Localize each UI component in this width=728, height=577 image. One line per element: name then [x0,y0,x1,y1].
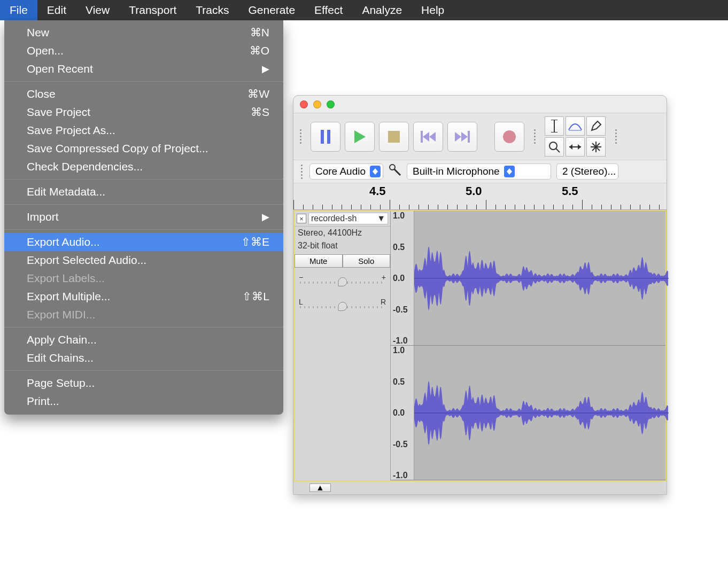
skip-start-button[interactable] [413,122,443,152]
menu-separator [4,81,283,82]
amplitude-label: 1.0 [393,211,405,221]
menu-item[interactable]: Export Selected Audio... [4,251,283,269]
menu-item: Export Labels... [4,269,283,287]
menu-separator [4,204,283,205]
waveform[interactable] [414,346,669,480]
amplitude-scale: 1.00.50.0-0.5-1.0 [391,346,414,480]
track-close-button[interactable]: × [297,214,306,223]
record-button[interactable] [494,122,524,152]
menu-item-label: Close [27,88,56,100]
svg-point-16 [549,142,557,150]
menubar: FileEditViewTransportTracksGenerateEffec… [0,0,728,20]
menu-item-label: Export Selected Audio... [27,254,146,267]
menu-tracks[interactable]: Tracks [186,0,238,20]
svg-rect-1 [327,130,330,144]
recording-channels-select[interactable]: 2 (Stereo)... [556,163,618,180]
svg-rect-4 [421,131,423,143]
menu-item[interactable]: Save Project As... [4,121,283,139]
menu-item[interactable]: New⌘N [4,24,283,42]
mute-button[interactable]: Mute [295,254,343,268]
recording-channels-value: 2 (Stereo)... [562,166,616,177]
menu-item-label: Check Dependencies... [27,160,143,173]
menu-item[interactable]: Check Dependencies... [4,158,283,176]
menu-item[interactable]: Edit Chains... [4,349,283,367]
pause-button[interactable] [311,122,340,152]
menu-item[interactable]: Open Recent▶ [4,60,283,78]
submenu-arrow-icon: ▶ [262,211,269,223]
track-name-dropdown[interactable]: recorded-sh ▼ [308,213,388,224]
tools-toolbar [545,116,606,157]
gain-slider[interactable]: − + [295,268,390,283]
svg-marker-30 [507,171,512,175]
svg-marker-8 [461,132,468,142]
svg-line-28 [394,169,400,175]
minimize-window-button[interactable] [313,100,321,108]
svg-point-10 [503,130,516,143]
selection-tool[interactable] [545,116,564,136]
close-window-button[interactable] [300,100,308,108]
amplitude-label: -0.5 [393,305,408,315]
menu-effect[interactable]: Effect [305,0,352,20]
menu-item[interactable]: Print... [4,392,283,410]
submenu-arrow-icon: ▶ [262,63,269,75]
menu-item[interactable]: Apply Chain... [4,331,283,349]
track-collapse-button[interactable]: ▲ [309,484,331,492]
skip-end-button[interactable] [447,122,477,152]
menu-separator [4,229,283,230]
menu-item-label: Export Labels... [27,272,105,285]
stop-button[interactable] [379,122,409,152]
timeline-ruler[interactable]: 4.55.05.5 [293,183,667,210]
svg-marker-2 [354,130,366,143]
svg-line-17 [556,149,560,152]
menu-file[interactable]: File [0,0,37,20]
svg-rect-3 [388,131,400,143]
audio-host-select[interactable]: Core Audio [309,163,383,180]
menu-help[interactable]: Help [412,0,454,20]
menu-item[interactable]: Edit Metadata... [4,183,283,201]
menu-analyze[interactable]: Analyze [352,0,412,20]
menu-shortcut: ⌘W [247,88,269,100]
select-stepper-icon [504,166,515,177]
waveform[interactable] [414,211,669,346]
amplitude-scale: 1.00.50.0-0.5-1.0 [391,211,414,345]
track-collapse-bar: ▲ [293,481,667,494]
multi-tool[interactable] [586,137,606,157]
menu-item[interactable]: Save Project⌘S [4,103,283,121]
svg-marker-5 [429,132,436,142]
menu-item-label: Open Recent [27,63,93,75]
toolbar-grip[interactable] [613,129,618,144]
menu-shortcut: ⇧⌘E [241,236,269,248]
zoom-tool[interactable] [545,137,564,157]
menu-item[interactable]: Close⌘W [4,85,283,103]
menu-item-label: Save Compressed Copy of Project... [27,142,208,155]
menu-item[interactable]: Export Multiple...⇧⌘L [4,287,283,306]
track-name-label: recorded-sh [311,214,357,223]
zoom-window-button[interactable] [327,100,335,108]
toolbar-grip[interactable] [532,129,537,144]
play-button[interactable] [345,122,375,152]
menu-item[interactable]: Save Compressed Copy of Project... [4,139,283,158]
menu-generate[interactable]: Generate [239,0,305,20]
pan-right-label: R [381,298,386,306]
menu-view[interactable]: View [76,0,119,20]
waveform-area[interactable]: 1.00.50.0-0.5-1.01.00.50.0-0.5-1.0 [391,211,665,480]
envelope-tool[interactable] [566,116,585,136]
menu-item[interactable]: Export Audio...⇧⌘E [4,233,283,251]
audacity-window: Core Audio Built-in Microphone 2 (Stereo… [293,95,667,495]
recording-device-select[interactable]: Built-in Microphone [407,163,551,180]
time-shift-tool[interactable] [566,137,585,157]
track-format-line2: 32-bit float [295,239,390,252]
toolbar-row [293,113,667,160]
solo-button[interactable]: Solo [343,254,391,268]
menu-edit[interactable]: Edit [37,0,76,20]
menu-item-label: Import [27,210,59,223]
menu-item[interactable]: Open...⌘O [4,42,283,60]
menu-item[interactable]: Page Setup... [4,374,283,392]
toolbar-grip[interactable] [298,129,303,144]
amplitude-label: 0.5 [393,377,405,387]
menu-transport[interactable]: Transport [119,0,186,20]
pan-slider[interactable]: L R [295,292,390,307]
draw-tool[interactable] [586,116,606,136]
toolbar-grip[interactable] [299,165,304,179]
menu-item[interactable]: Import▶ [4,208,283,226]
